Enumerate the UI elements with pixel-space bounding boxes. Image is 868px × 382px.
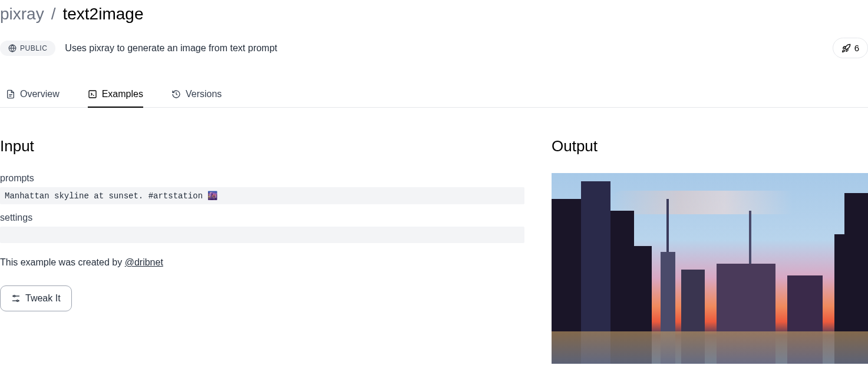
creator-line: This example was created by @dribnet	[0, 257, 524, 268]
input-section: Input prompts Manhattan skyline at sunse…	[0, 137, 524, 364]
tab-versions[interactable]: Versions	[171, 82, 222, 108]
tab-examples[interactable]: Examples	[88, 82, 143, 108]
tab-versions-label: Versions	[186, 89, 222, 99]
output-section: Output	[539, 137, 868, 364]
tab-overview-label: Overview	[20, 89, 60, 99]
runs-badge[interactable]: 6	[833, 38, 868, 58]
field-label-settings: settings	[0, 212, 524, 223]
input-heading: Input	[0, 137, 524, 155]
history-icon	[171, 89, 181, 99]
sliders-icon	[11, 294, 21, 303]
tweak-it-button[interactable]: Tweak It	[0, 285, 72, 311]
rocket-icon	[841, 44, 851, 53]
field-value-prompts: Manhattan skyline at sunset. #artstation…	[0, 187, 524, 204]
svg-point-8	[14, 295, 15, 297]
output-image[interactable]	[552, 173, 868, 364]
runs-count: 6	[854, 43, 859, 53]
visibility-label: PUBLIC	[20, 44, 47, 52]
breadcrumb: pixray / text2image	[0, 5, 868, 24]
svg-point-11	[16, 300, 18, 302]
document-icon	[6, 89, 15, 99]
creator-prefix: This example was created by	[0, 257, 125, 267]
output-heading: Output	[552, 137, 868, 155]
terminal-icon	[88, 89, 97, 99]
breadcrumb-owner[interactable]: pixray	[0, 5, 44, 24]
tab-overview[interactable]: Overview	[6, 82, 60, 108]
breadcrumb-separator: /	[51, 5, 56, 24]
model-description: Uses pixray to generate an image from te…	[65, 43, 277, 54]
creator-link[interactable]: @dribnet	[125, 257, 163, 267]
field-label-prompts: prompts	[0, 173, 524, 184]
visibility-badge: PUBLIC	[0, 41, 55, 56]
tweak-it-label: Tweak It	[25, 293, 61, 304]
tab-examples-label: Examples	[102, 89, 143, 99]
breadcrumb-model-name[interactable]: text2image	[62, 5, 143, 24]
tabs: Overview Examples Versions	[0, 82, 868, 108]
globe-icon	[8, 44, 16, 52]
field-value-settings	[0, 227, 524, 243]
